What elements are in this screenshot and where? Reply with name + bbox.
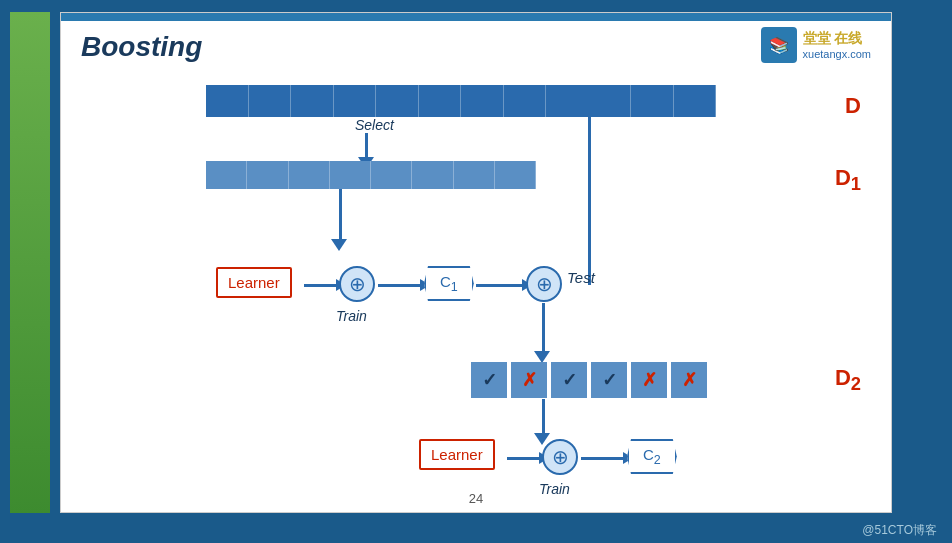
bar-cell: [334, 85, 377, 117]
result-cell-4: ✓: [591, 362, 627, 398]
bar-cell: [674, 85, 717, 117]
circle2-down-line: [542, 303, 545, 353]
bar-cell: [291, 85, 334, 117]
d1-label: D1: [835, 165, 861, 195]
bar-cell: [504, 85, 547, 117]
bar-cell: [495, 161, 536, 189]
arrow-circle1-c1: [378, 284, 422, 287]
learner1-box: Learner: [216, 267, 292, 298]
d-bar: [206, 85, 716, 117]
left-decoration: [10, 12, 50, 513]
arrow-learner1-circle1: [304, 284, 338, 287]
vert-line-d: [588, 85, 591, 285]
circle-plus-3: ⊕: [542, 439, 578, 475]
bar-cell: [419, 85, 462, 117]
slide-title: Boosting: [81, 31, 202, 63]
bar-cell: [454, 161, 495, 189]
bar-cell: [371, 161, 412, 189]
c2-box: C2: [627, 439, 677, 474]
result-down-line: [542, 399, 545, 435]
arrow-c1-circle2: [476, 284, 524, 287]
d1-down-line: [339, 189, 342, 241]
circle-plus-1: ⊕: [339, 266, 375, 302]
watermark: 📚 堂堂 在线 xuetangx.com: [761, 27, 871, 63]
result-cell-6: ✗: [671, 362, 707, 398]
slide-content: Boosting 📚 堂堂 在线 xuetangx.com D Select: [60, 12, 892, 513]
c2-sub: 2: [654, 453, 661, 467]
watermark-sub: xuetangx.com: [803, 48, 871, 60]
d-label: D: [845, 93, 861, 119]
arrow-learner2-circle3: [507, 457, 541, 460]
watermark-icon: 📚: [761, 27, 797, 63]
train1-label: Train: [336, 308, 367, 324]
bar-cell: [206, 85, 249, 117]
page-number: 24: [61, 491, 891, 506]
bar-cell: [589, 85, 632, 117]
arrow-circle3-c2: [581, 457, 625, 460]
result-cell-5: ✗: [631, 362, 667, 398]
select-label: Select: [355, 117, 394, 133]
bar-cell: [376, 85, 419, 117]
c1-box: C1: [424, 266, 474, 301]
bar-cell: [412, 161, 453, 189]
result-cell-3: ✓: [551, 362, 587, 398]
select-line: [365, 133, 368, 157]
slide-top-bar: [61, 13, 891, 21]
bar-cell: [631, 85, 674, 117]
result-cell-2: ✗: [511, 362, 547, 398]
bar-cell: [206, 161, 247, 189]
test-label: Test: [567, 269, 595, 286]
bar-cell: [289, 161, 330, 189]
d2-label: D2: [835, 365, 861, 395]
d1-sub: 1: [851, 173, 861, 194]
result-cell-1: ✓: [471, 362, 507, 398]
bar-cell: [461, 85, 504, 117]
copyright-label: @51CTO博客: [862, 522, 937, 539]
d1-bar: [206, 161, 536, 189]
watermark-text: 堂堂 在线 xuetangx.com: [803, 30, 871, 60]
bar-cell: [546, 85, 589, 117]
bar-cell: [330, 161, 371, 189]
circle-plus-2: ⊕: [526, 266, 562, 302]
bar-cell: [249, 85, 292, 117]
learner2-box: Learner: [419, 439, 495, 470]
d1-arrowhead: [331, 239, 347, 251]
watermark-main: 堂堂 在线: [803, 30, 871, 48]
result-boxes: ✓ ✗ ✓ ✓ ✗ ✗: [471, 362, 707, 398]
c1-sub: 1: [451, 280, 458, 294]
bar-cell: [247, 161, 288, 189]
d2-sub: 2: [851, 373, 861, 394]
